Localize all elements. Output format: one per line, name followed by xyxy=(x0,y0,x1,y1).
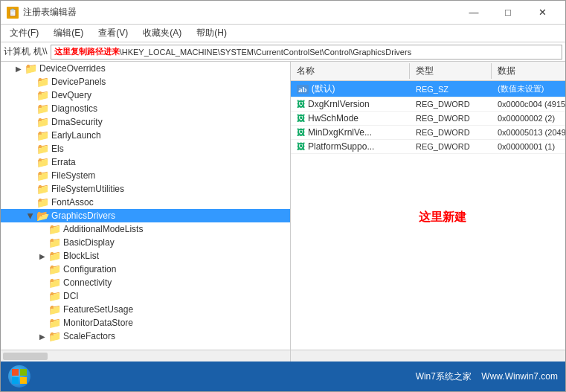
item-label: Els xyxy=(51,144,64,154)
menu-file[interactable]: 文件(F) xyxy=(4,25,45,41)
close-button[interactable]: ✕ xyxy=(525,5,559,20)
col-data-header: 数据 xyxy=(492,63,565,79)
col-name-header: 名称 xyxy=(291,63,410,79)
item-label: FileSystemUtilities xyxy=(51,184,124,194)
cell-type: REG_DWORD xyxy=(410,98,492,110)
item-label: FeatureSetUsage xyxy=(63,304,133,315)
item-label: MonitorDataStore xyxy=(63,318,133,328)
folder-icon: 📁 xyxy=(48,237,61,248)
cell-name: ab (默认) xyxy=(291,81,410,97)
svg-rect-1 xyxy=(20,369,27,376)
tree-item-dmasecurity[interactable]: 📁 DmaSecurity xyxy=(1,115,290,129)
folder-icon: 📁 xyxy=(48,250,61,262)
center-annotation: 这里新建 xyxy=(419,209,466,225)
tree-item-diagnostics[interactable]: 📁 Diagnostics xyxy=(1,102,290,115)
maximize-button[interactable]: □ xyxy=(491,5,525,20)
registry-row-mindxgkrnlve[interactable]: 🖼 MinDxgKrnlVe... REG_DWORD 0x00005013 (… xyxy=(291,126,565,140)
tree-item-devicepanels[interactable]: 📁 DevicePanels xyxy=(1,75,290,89)
cell-data: 0x00000001 (1) xyxy=(492,141,565,152)
reg-dword-icon: 🖼 xyxy=(297,142,305,151)
status-bar: Win7系统之家 Www.Winwin7.com xyxy=(1,362,565,391)
expand-arrow xyxy=(25,78,36,86)
tree-item-featuresetusage[interactable]: 📁 FeatureSetUsage xyxy=(1,303,290,316)
reg-dword-icon: 🖼 xyxy=(297,100,305,109)
registry-row-platformsuppo[interactable]: 🖼 PlatformSuppo... REG_DWORD 0x00000001 … xyxy=(291,140,565,154)
bottom-scrollbar[interactable] xyxy=(1,350,565,362)
tree-item-scalefactors[interactable]: ▶ 📁 ScaleFactors xyxy=(1,330,290,343)
tree-item-earlylaunch[interactable]: 📁 EarlyLaunch xyxy=(1,129,290,142)
folder-icon: 📁 xyxy=(48,317,61,329)
registry-rows[interactable]: ab (默认) REG_SZ (数值未设置) 🖼 DxgKrnlVersion … xyxy=(291,81,565,350)
item-label: DCI xyxy=(63,291,79,301)
tree-item-filesystemutilities[interactable]: 📁 FileSystemUtilities xyxy=(1,182,290,196)
registry-row-hwschmode[interactable]: 🖼 HwSchMode REG_DWORD 0x00000002 (2) xyxy=(291,112,565,126)
cell-type: REG_DWORD xyxy=(410,126,492,138)
tree-item-connectivity[interactable]: 📁 Connectivity xyxy=(1,276,290,289)
item-label: Diagnostics xyxy=(51,103,97,114)
title-bar-left: 📋 注册表编辑器 xyxy=(7,6,77,19)
menu-view[interactable]: 查看(V) xyxy=(92,25,134,41)
folder-icon: 📁 xyxy=(36,196,49,208)
tree-item-errata[interactable]: 📁 Errata xyxy=(1,155,290,169)
status-site: Win7系统之家 Www.Winwin7.com xyxy=(416,370,558,383)
menu-edit[interactable]: 编辑(E) xyxy=(48,25,89,41)
cell-data: 0x00000002 (2) xyxy=(492,112,565,124)
cell-name: 🖼 PlatformSuppo... xyxy=(291,140,410,153)
title-bar: 📋 注册表编辑器 — □ ✕ xyxy=(1,1,565,25)
folder-icon: 📁 xyxy=(48,263,61,275)
main-content: ▶ 📁 DeviceOverrides 📁 DevicePanels 📁 Dev… xyxy=(1,62,565,350)
cell-name: 🖼 DxgKrnlVersion xyxy=(291,97,410,111)
registry-row-default[interactable]: ab (默认) REG_SZ (数值未设置) xyxy=(291,81,565,97)
address-annotation: 这里复制路径进来 xyxy=(54,46,120,57)
cell-type: REG_SZ xyxy=(410,83,492,95)
expand-arrow xyxy=(25,118,36,126)
item-label: BasicDisplay xyxy=(63,237,115,248)
app-icon: 📋 xyxy=(7,7,19,19)
folder-icon: 📁 xyxy=(48,223,61,235)
tree-item-els[interactable]: 📁 Els xyxy=(1,142,290,155)
tree-item-fontassoc[interactable]: 📁 FontAssoc xyxy=(1,196,290,209)
cell-name: 🖼 MinDxgKrnlVe... xyxy=(291,126,410,139)
item-label: DevicePanels xyxy=(51,77,106,87)
address-label: 计算机 xyxy=(4,45,30,58)
right-header: 名称 类型 数据 xyxy=(291,62,565,81)
menu-favorites[interactable]: 收藏夹(A) xyxy=(137,25,187,41)
expand-arrow-expanded: ▶ xyxy=(27,210,35,222)
item-label: DevQuery xyxy=(51,90,91,100)
address-path[interactable]: 这里复制路径进来 \HKEY_LOCAL_MACHINE\SYSTEM\Curr… xyxy=(51,45,562,60)
folder-icon: 📁 xyxy=(36,156,49,168)
expand-arrow xyxy=(25,185,36,193)
cell-type: REG_DWORD xyxy=(410,112,492,124)
tree-item-blocklist[interactable]: ▶ 📁 BlockList xyxy=(1,249,290,263)
item-label: DeviceOverrides xyxy=(39,63,106,74)
menu-help[interactable]: 帮助(H) xyxy=(190,25,233,41)
tree-panel[interactable]: ▶ 📁 DeviceOverrides 📁 DevicePanels 📁 Dev… xyxy=(1,62,291,350)
minimize-button[interactable]: — xyxy=(457,5,491,20)
expand-arrow xyxy=(25,91,36,100)
windows-icon xyxy=(11,368,28,385)
expand-arrow xyxy=(25,145,36,153)
col-type-header: 类型 xyxy=(410,63,492,79)
folder-icon: 📁 xyxy=(36,170,49,181)
folder-icon: 📁 xyxy=(48,290,61,302)
tree-item-configuration[interactable]: 📁 Configuration xyxy=(1,263,290,276)
tree-item-dci[interactable]: 📁 DCI xyxy=(1,289,290,303)
tree-item-graphicsdrivers[interactable]: ▶ 📂 GraphicsDrivers xyxy=(1,209,290,222)
status-left xyxy=(8,365,30,388)
folder-icon: 📁 xyxy=(25,62,37,74)
tree-item-additionalmodelists[interactable]: 📁 AdditionalModeLists xyxy=(1,222,290,236)
tree-item-devquery[interactable]: 📁 DevQuery xyxy=(1,89,290,102)
expand-arrow xyxy=(36,279,48,287)
registry-row-dxgkrnlversion[interactable]: 🖼 DxgKrnlVersion REG_DWORD 0x0000c004 (4… xyxy=(291,97,565,112)
expand-arrow xyxy=(36,306,48,314)
expand-arrow xyxy=(25,105,36,113)
tree-item-filesystem[interactable]: 📁 FileSystem xyxy=(1,169,290,182)
tree-item-basicdisplay[interactable]: 📁 BasicDisplay xyxy=(1,236,290,249)
item-label: Connectivity xyxy=(63,277,112,288)
tree-item-monitordatastore[interactable]: 📁 MonitorDataStore xyxy=(1,316,290,330)
expand-arrow xyxy=(25,172,36,180)
tree-item-deviceoverrides[interactable]: ▶ 📁 DeviceOverrides xyxy=(1,62,290,75)
expand-arrow xyxy=(25,132,36,140)
win-logo xyxy=(8,365,30,388)
folder-icon: 📁 xyxy=(36,143,49,155)
